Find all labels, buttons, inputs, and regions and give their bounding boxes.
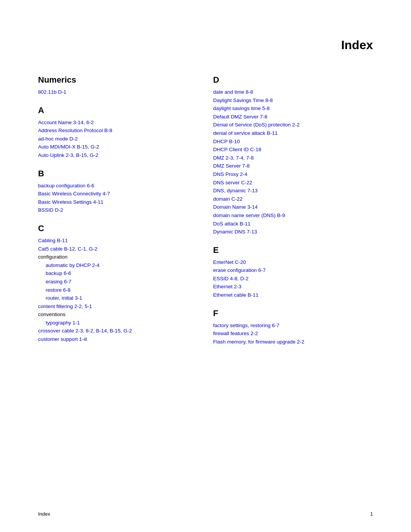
footer: Index 1	[38, 511, 373, 517]
link-backup-configuration[interactable]: backup configuration 6-6	[38, 182, 198, 190]
section-B: B backup configuration 6-6 Basic Wireles…	[38, 169, 198, 214]
link-backup[interactable]: backup 6-6	[38, 269, 198, 278]
section-C: C Cabling B-11 Cat5 cable B-12, C-1, G-2…	[38, 224, 198, 343]
link-ad-hoc-mode[interactable]: ad-hoc mode D-2	[38, 135, 198, 143]
link-account-name[interactable]: Account Name 3-14, 6-2	[38, 118, 198, 127]
page-title: Index	[0, 0, 411, 75]
link-bssid[interactable]: BSSID D-2	[38, 206, 198, 214]
section-F: F factory settings, restoring 6-7 firewa…	[213, 308, 373, 346]
link-restore[interactable]: restore 6-8	[38, 286, 198, 294]
link-auto-uplink[interactable]: Auto Uplink 2-3, B-15, G-2	[38, 151, 198, 160]
link-ethernet-cable[interactable]: Ethernet cable B-11	[213, 291, 373, 299]
link-dynamic-dns[interactable]: Dynamic DNS 7-13	[213, 228, 373, 236]
link-address-resolution-protocol[interactable]: Address Resolution Protocol B-8	[38, 126, 198, 135]
left-column: Numerics 802.11b D-1 A Account Name 3-14…	[38, 75, 198, 355]
link-crossover-cable[interactable]: crossover cable 2-3, 8-2, B-14, B-15, G-…	[38, 327, 198, 335]
link-daylight-savings-time-cap[interactable]: Daylight Savings Time 8-8	[213, 96, 373, 105]
link-date-and-time[interactable]: date and time 8-8	[213, 88, 373, 96]
link-dmz-server[interactable]: DMZ Server 7-8	[213, 162, 373, 170]
section-D: D date and time 8-8 Daylight Savings Tim…	[213, 75, 373, 236]
link-flash-memory[interactable]: Flash memory, for firmware upgrade 2-2	[213, 338, 373, 346]
footer-left: Index	[38, 511, 50, 517]
link-dhcp[interactable]: DHCP B-10	[213, 137, 373, 146]
section-A: A Account Name 3-14, 6-2 Address Resolut…	[38, 105, 198, 160]
link-domain-name[interactable]: Domain Name 3-14	[213, 203, 373, 211]
heading-A: A	[38, 105, 198, 115]
heading-F: F	[213, 308, 373, 318]
section-E: E EnterNet C-20 erase configuration 6-7 …	[213, 245, 373, 299]
heading-E: E	[213, 245, 373, 255]
heading-numerics: Numerics	[38, 75, 198, 85]
link-dmz[interactable]: DMZ 2-3, 7-4, 7-8	[213, 154, 373, 162]
link-firewall-features[interactable]: firewall features 2-2	[213, 329, 373, 338]
link-daylight-savings-time[interactable]: daylight savings time 5-8	[213, 104, 373, 113]
link-cabling[interactable]: Cabling B-11	[38, 236, 198, 245]
link-auto-mdi[interactable]: Auto MDI/MDI-X B-15, G-2	[38, 143, 198, 151]
footer-right: 1	[370, 511, 373, 517]
section-numerics: Numerics 802.11b D-1	[38, 75, 198, 96]
link-erase-configuration[interactable]: erase configuration 6-7	[213, 266, 373, 275]
link-typography[interactable]: typography 1-1	[38, 319, 198, 327]
heading-C: C	[38, 224, 198, 233]
link-dns-server[interactable]: DNS server C-22	[213, 179, 373, 187]
link-dhcp-client-id[interactable]: DHCP Client ID C-18	[213, 145, 373, 154]
link-denial-of-service-attack[interactable]: denial of service attack B-11	[213, 129, 373, 137]
link-denial-of-service-protection[interactable]: Denial of Service (DoS) protection 2-2	[213, 121, 373, 129]
link-essid[interactable]: ESSID 4-8, D-2	[213, 275, 373, 283]
label-configuration: configuration	[38, 253, 198, 261]
link-default-dmz-server[interactable]: Default DMZ Server 7-8	[213, 113, 373, 121]
link-802-11b[interactable]: 802.11b D-1	[38, 88, 198, 96]
link-auto-dhcp[interactable]: automatic by DHCP 2-4	[38, 261, 198, 270]
link-router-initial[interactable]: router, initial 3-1	[38, 294, 198, 302]
link-domain-name-server[interactable]: domain name server (DNS) B-9	[213, 211, 373, 220]
heading-D: D	[213, 75, 373, 85]
heading-B: B	[38, 169, 198, 179]
link-cat5-cable[interactable]: Cat5 cable B-12, C-1, G-2	[38, 245, 198, 253]
link-dns-dynamic[interactable]: DNS, dynamic 7-13	[213, 187, 373, 195]
link-erasing[interactable]: erasing 6-7	[38, 278, 198, 286]
link-ethernet[interactable]: Ethernet 2-3	[213, 283, 373, 291]
link-basic-wireless-connectivity[interactable]: Basic Wireless Connectivity 4-7	[38, 190, 198, 198]
link-dns-proxy[interactable]: DNS Proxy 2-4	[213, 170, 373, 179]
right-column: D date and time 8-8 Daylight Savings Tim…	[213, 75, 373, 355]
link-dos-attack[interactable]: DoS attack B-11	[213, 220, 373, 228]
link-customer-support[interactable]: customer support 1-iii	[38, 335, 198, 343]
link-domain[interactable]: domain C-22	[213, 195, 373, 203]
link-enternet[interactable]: EnterNet C-20	[213, 258, 373, 267]
link-basic-wireless-settings[interactable]: Basic Wireless Settings 4-11	[38, 198, 198, 206]
link-content-filtering[interactable]: content filtering 2-2, 5-1	[38, 302, 198, 311]
link-factory-settings[interactable]: factory settings, restoring 6-7	[213, 321, 373, 330]
label-conventions: conventions	[38, 310, 198, 319]
